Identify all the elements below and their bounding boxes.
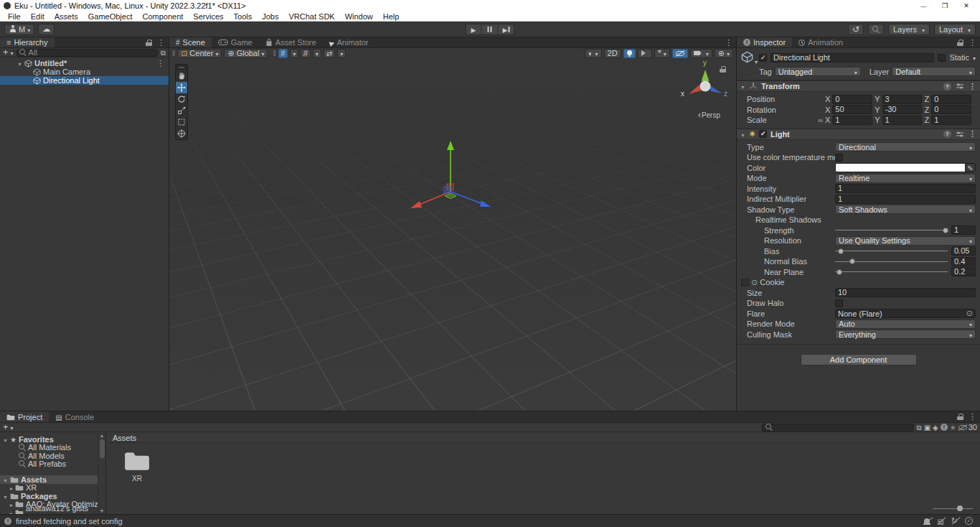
tab-animator[interactable]: Animator (323, 37, 375, 47)
resolution-dropdown[interactable]: Use Quality Settings (835, 236, 976, 246)
draw-halo-checkbox[interactable] (835, 299, 843, 307)
light-enabled-checkbox[interactable] (759, 130, 767, 138)
cookie-thumbnail[interactable] (741, 279, 749, 286)
normal-bias-slider[interactable] (835, 257, 948, 266)
2d-mode-toggle[interactable]: 2D (604, 49, 621, 58)
position-y-field[interactable]: 3 (882, 95, 923, 104)
layer-dropdown[interactable]: Default (892, 67, 976, 76)
pick-object-icon[interactable] (161, 48, 166, 57)
normal-bias-field[interactable]: 0.4 (951, 257, 976, 266)
asset-item-xr[interactable]: XR (114, 449, 160, 482)
cloud-services-button[interactable] (38, 24, 55, 35)
tab-console[interactable]: Console (49, 411, 100, 422)
projection-toggle[interactable]: Persp (698, 110, 720, 120)
snap-increment-dropdown[interactable] (337, 49, 346, 58)
status-message[interactable]: finshed fetching and set config (16, 517, 123, 526)
view-hand-tool[interactable] (176, 70, 187, 82)
gameobject-name-field[interactable]: Directional Light (771, 53, 934, 62)
tree-assets-row[interactable]: Assets (0, 475, 105, 484)
orientation-gizmo[interactable]: y x z (682, 62, 728, 108)
maximize-button[interactable] (934, 0, 956, 11)
render-mode-dropdown[interactable]: Auto (835, 320, 976, 329)
light-component-header[interactable]: ☀ Light (737, 129, 980, 140)
light-type-dropdown[interactable]: Directional (835, 142, 976, 151)
menu-assets[interactable]: Assets (50, 12, 83, 21)
size-field[interactable]: 10 (835, 288, 976, 297)
panel-menu-icon[interactable] (157, 38, 165, 47)
tree-xr-row[interactable]: XR (0, 484, 105, 493)
help-icon[interactable] (943, 130, 951, 138)
background-tasks-icon[interactable] (965, 517, 973, 525)
rotate-tool[interactable] (176, 93, 187, 105)
tab-hierarchy[interactable]: Hierarchy (0, 37, 55, 47)
add-component-button[interactable]: Add Component (801, 354, 917, 365)
strength-slider[interactable] (835, 225, 948, 235)
presets-icon[interactable] (956, 82, 964, 90)
scene-lighting-toggle[interactable] (623, 49, 636, 58)
import-warning-icon[interactable] (941, 424, 948, 431)
project-search-input[interactable] (762, 424, 914, 432)
tree-scrollbar[interactable]: ▲ ▼ (98, 433, 105, 514)
notifications-muted-icon[interactable] (924, 518, 930, 523)
rotation-z-field[interactable]: 0 (931, 105, 971, 114)
snap-increment-button[interactable] (324, 49, 335, 58)
auto-refresh-disabled-icon[interactable] (951, 516, 958, 526)
camera-settings-dropdown[interactable] (690, 49, 712, 58)
chevron-down-icon[interactable] (11, 48, 14, 57)
tab-inspector[interactable]: Inspector (737, 37, 792, 47)
x-axis-label[interactable]: x (681, 90, 684, 98)
menu-tools[interactable]: Tools (229, 12, 258, 21)
step-button[interactable] (499, 24, 515, 35)
scene-canvas[interactable]: y x z Persp (169, 58, 736, 411)
create-asset-button[interactable] (3, 423, 9, 432)
tab-game[interactable]: Game (212, 37, 259, 47)
search-by-type-icon[interactable] (924, 423, 930, 432)
culling-mask-dropdown[interactable]: Everything (835, 330, 976, 339)
foldout-icon[interactable] (10, 483, 13, 492)
layout-dropdown[interactable]: Layout (934, 24, 976, 35)
tab-project[interactable]: Project (0, 411, 49, 422)
near-plane-field[interactable]: 0.2 (951, 267, 976, 276)
near-plane-slider[interactable] (835, 267, 948, 276)
menu-edit[interactable]: Edit (26, 12, 50, 21)
hierarchy-scene-row[interactable]: Untitled* (0, 59, 169, 67)
menu-vrchat-sdk[interactable]: VRChat SDK (283, 12, 339, 21)
play-button[interactable] (466, 24, 482, 35)
move-gizmo[interactable] (393, 134, 508, 220)
lock-icon[interactable] (957, 414, 963, 420)
icon-size-slider[interactable] (933, 505, 973, 512)
scene-visibility-toggle[interactable] (672, 49, 688, 58)
rect-tool[interactable] (176, 116, 187, 128)
draw-mode-dropdown[interactable] (585, 49, 602, 58)
favorites-row[interactable]: Favorites (0, 435, 105, 444)
search-in-assets-icon[interactable] (916, 423, 921, 432)
tag-dropdown[interactable]: Untagged (775, 67, 861, 76)
panel-menu-icon[interactable] (969, 412, 976, 421)
foldout-icon[interactable] (17, 59, 22, 67)
light-mode-dropdown[interactable]: Realtime (835, 174, 976, 183)
create-object-button[interactable] (3, 48, 9, 57)
hidden-packages-toggle[interactable]: 30 (958, 423, 977, 432)
foldout-icon[interactable] (10, 500, 13, 508)
color-temp-checkbox[interactable] (835, 154, 843, 162)
grid-snapping-toggle[interactable] (301, 49, 311, 58)
hierarchy-search-input[interactable]: All (16, 49, 159, 57)
component-menu-icon[interactable] (969, 82, 976, 91)
global-search-button[interactable] (868, 24, 884, 35)
eyedropper-icon[interactable] (965, 164, 975, 172)
collab-disabled-icon[interactable] (937, 517, 943, 526)
strength-field[interactable]: 1 (951, 225, 976, 235)
layers-dropdown[interactable]: Layers (888, 24, 930, 35)
static-dropdown-icon[interactable] (973, 53, 976, 62)
lock-icon[interactable] (146, 39, 152, 46)
link-scale-icon[interactable] (818, 116, 823, 124)
tab-scene[interactable]: Scene (169, 37, 212, 47)
foldout-icon[interactable] (3, 475, 8, 484)
presets-icon[interactable] (956, 130, 964, 139)
bias-slider[interactable] (835, 246, 948, 256)
status-info-icon[interactable] (4, 518, 11, 525)
menu-help[interactable]: Help (378, 12, 405, 21)
menu-gameobject[interactable]: GameObject (83, 12, 138, 21)
menu-file[interactable]: File (3, 12, 26, 21)
grid-visibility-dropdown[interactable] (290, 49, 298, 58)
